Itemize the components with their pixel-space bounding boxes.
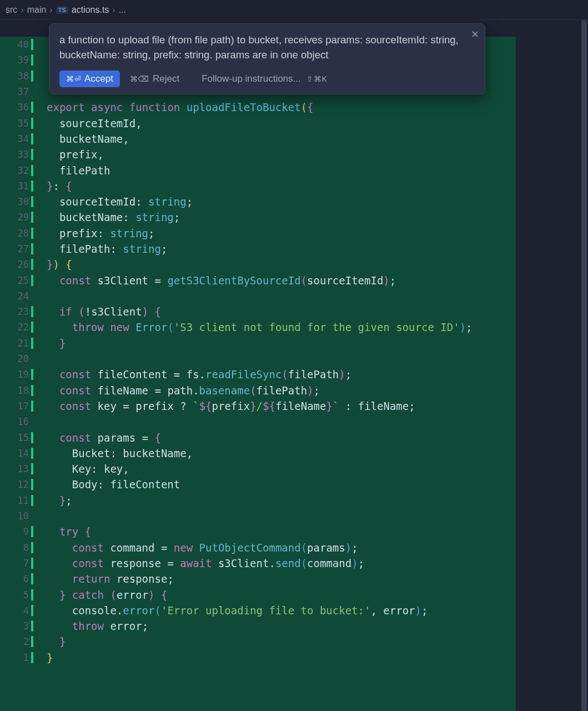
code-line[interactable]: 33 prefix, (0, 147, 552, 162)
code-content[interactable]: filePath: string; (33, 243, 552, 255)
code-line[interactable]: 29 bucketName: string; (0, 209, 552, 225)
code-line[interactable]: 1} (0, 650, 552, 665)
accept-button[interactable]: ⌘⏎ Accept (59, 71, 120, 87)
code-line[interactable]: 23 if (!s3Client) { (0, 304, 552, 319)
chevron-right-icon: › (21, 5, 23, 15)
code-line[interactable]: 21 } (0, 336, 552, 351)
code-content[interactable]: } (33, 652, 552, 664)
code-content[interactable]: sourceItemId: string; (33, 196, 552, 208)
scrollbar-thumb[interactable] (581, 20, 587, 711)
code-content[interactable]: prefix, (33, 148, 552, 161)
breadcrumb-segment[interactable]: src (6, 5, 17, 15)
code-line[interactable]: 15 const params = { (0, 429, 552, 445)
code-content[interactable]: }; (33, 494, 552, 507)
code-content[interactable]: Key: key, (33, 463, 552, 475)
editor[interactable]: 4039383736export async function uploadFi… (0, 20, 588, 711)
chevron-right-icon: › (112, 5, 115, 15)
code-line[interactable]: 2 } (0, 634, 552, 649)
reject-button[interactable]: ⌘⌫ Reject (130, 73, 179, 84)
code-content[interactable]: }) { (33, 258, 552, 271)
code-content[interactable]: sourceItemId, (33, 117, 552, 129)
breadcrumb-file[interactable]: actions.ts (72, 5, 109, 15)
code-line[interactable]: 36export async function uploadFileToBuck… (0, 99, 552, 115)
line-number: 8 (0, 542, 33, 553)
followup-input[interactable]: Follow-up instructions... ⇧⌘K (202, 73, 327, 84)
line-number: 40 (0, 39, 33, 50)
code-content[interactable]: console.error('Error uploading file to b… (33, 604, 552, 617)
code-line[interactable]: 5 } catch (error) { (0, 587, 552, 602)
breadcrumb-more[interactable]: ... (119, 5, 126, 15)
code-line[interactable]: 19 const fileContent = fs.readFileSync(f… (0, 367, 552, 382)
code-line[interactable]: 3 throw error; (0, 618, 552, 634)
line-number: 16 (0, 416, 33, 427)
code-line[interactable]: 12 Body: fileContent (0, 477, 552, 492)
line-number: 34 (0, 133, 33, 144)
code-line[interactable]: 28 prefix: string; (0, 226, 552, 241)
vertical-scrollbar[interactable] (580, 20, 588, 711)
line-number: 13 (0, 463, 33, 474)
code-content[interactable]: if (!s3Client) { (33, 306, 552, 318)
line-number: 39 (0, 54, 33, 66)
diff-added-marker (31, 54, 33, 66)
code-content[interactable]: Bucket: bucketName, (33, 447, 552, 459)
breadcrumb-segment[interactable]: main (27, 5, 47, 15)
reject-shortcut: ⌘⌫ (130, 74, 149, 83)
ts-file-icon: TS (56, 6, 68, 14)
code-line[interactable]: 6 return response; (0, 571, 552, 587)
code-content[interactable]: throw error; (33, 620, 552, 632)
code-content[interactable]: prefix: string; (33, 227, 552, 239)
line-number: 21 (0, 338, 33, 349)
code-content[interactable]: }: { (33, 180, 552, 192)
code-line[interactable]: 11 }; (0, 493, 552, 508)
code-line[interactable]: 31}: { (0, 178, 552, 194)
code-content[interactable]: filePath (33, 164, 552, 177)
code-line[interactable]: 26}) { (0, 257, 552, 272)
code-line[interactable]: 27 filePath: string; (0, 241, 552, 257)
code-content[interactable]: bucketName, (33, 133, 552, 145)
code-content[interactable]: const s3Client = getS3ClientBySourceId(s… (33, 274, 552, 287)
diff-added-marker (31, 71, 33, 82)
code-line[interactable]: 25 const s3Client = getS3ClientBySourceI… (0, 272, 552, 288)
code-content[interactable]: } (33, 635, 552, 648)
code-line[interactable]: 7 const response = await s3Client.send(c… (0, 555, 552, 571)
code-content[interactable]: const params = { (33, 432, 552, 444)
line-number: 36 (0, 102, 33, 113)
code-content[interactable]: return response; (33, 573, 552, 585)
code-content[interactable]: bucketName: string; (33, 211, 552, 223)
code-content[interactable]: const command = new PutObjectCommand(par… (33, 542, 552, 554)
code-content[interactable]: try { (33, 525, 552, 538)
code-line[interactable]: 4 console.error('Error uploading file to… (0, 603, 552, 618)
line-number: 14 (0, 448, 33, 459)
line-number: 17 (0, 400, 33, 412)
line-number: 2 (0, 636, 33, 647)
code-line[interactable]: 14 Bucket: bucketName, (0, 445, 552, 461)
code-content[interactable]: throw new Error('S3 client not found for… (33, 321, 552, 333)
code-line[interactable]: 35 sourceItemId, (0, 115, 552, 131)
line-number: 3 (0, 620, 33, 632)
code-line[interactable]: 34 bucketName, (0, 131, 552, 147)
code-line[interactable]: 18 const fileName = path.basename(filePa… (0, 383, 552, 398)
line-number: 20 (0, 353, 33, 364)
code-line[interactable]: 17 const key = prefix ? `${prefix}/${fil… (0, 398, 552, 414)
followup-shortcut: ⇧⌘K (306, 74, 327, 83)
reject-label: Reject (153, 73, 179, 84)
line-number: 26 (0, 259, 33, 270)
close-icon[interactable]: ✕ (471, 28, 479, 41)
code-content[interactable]: } catch (error) { (33, 589, 552, 601)
code-content[interactable]: const fileContent = fs.readFileSync(file… (33, 368, 552, 380)
ai-prompt-text: a function to upload file (from file pat… (59, 33, 475, 63)
breadcrumb: src › main › TS actions.ts › ... (0, 0, 588, 20)
code-line[interactable]: 8 const command = new PutObjectCommand(p… (0, 540, 552, 555)
code-content[interactable]: } (33, 337, 552, 349)
code-content[interactable]: const fileName = path.basename(filePath)… (33, 384, 552, 397)
line-number: 38 (0, 71, 33, 82)
code-line[interactable]: 9 try { (0, 524, 552, 539)
code-content[interactable]: export async function uploadFileToBucket… (33, 101, 552, 113)
code-line[interactable]: 30 sourceItemId: string; (0, 194, 552, 209)
code-line[interactable]: 32 filePath (0, 162, 552, 178)
code-content[interactable]: Body: fileContent (33, 478, 552, 490)
code-content[interactable]: const response = await s3Client.send(com… (33, 557, 552, 569)
code-line[interactable]: 22 throw new Error('S3 client not found … (0, 319, 552, 335)
code-content[interactable]: const key = prefix ? `${prefix}/${fileNa… (33, 400, 552, 412)
code-line[interactable]: 13 Key: key, (0, 461, 552, 477)
